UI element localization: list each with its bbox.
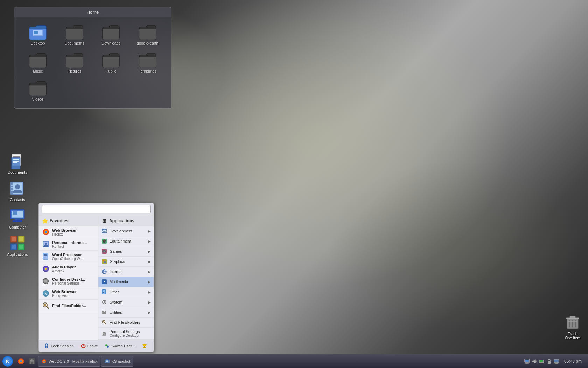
office-label: Office [110, 290, 148, 294]
folder-templates[interactable]: Templates [131, 50, 164, 75]
desktop-icon-contacts[interactable]: Contacts [4, 178, 31, 204]
amarok-title: Audio Player [52, 265, 76, 269]
multimedia-label: Multimedia [110, 280, 148, 284]
svg-point-107 [107, 346, 109, 348]
kmenu-switch-btn[interactable]: Switch User... [102, 342, 138, 350]
kmenu-right-system[interactable]: System ▶ [98, 297, 154, 307]
graphics-label: Graphics [110, 259, 148, 264]
firefox-icon [42, 228, 50, 236]
kontact-icon [42, 240, 50, 248]
development-label: Development [110, 229, 148, 233]
kmenu-right-find[interactable]: Find Files/Folders [98, 318, 154, 328]
kmenu-right-edutainment[interactable]: 🎓 Edutainment ▶ [98, 236, 154, 246]
kmenu-trophy-btn[interactable] [139, 342, 152, 350]
folder-google-earth-label: google-earth [137, 41, 159, 45]
folder-public[interactable]: Public [94, 50, 128, 75]
taskbar-clock: 05:43 pm [561, 359, 584, 364]
kmenu-item-konqueror[interactable]: K Web Browser Konqueror [39, 287, 98, 300]
svg-rect-33 [12, 245, 16, 249]
desktop-icon-documents[interactable]: Documents [4, 151, 31, 176]
kmenu-right-office[interactable]: Office ▶ [98, 287, 154, 297]
apps-grid-icon: ⊞ [101, 218, 107, 224]
kmenu-item-find[interactable]: Find Files/Folder... [39, 300, 98, 312]
kmenu-right-development[interactable]: </> Development ▶ [98, 226, 154, 236]
tray-lock-icon[interactable] [546, 358, 552, 364]
svg-rect-52 [44, 257, 46, 257]
ooo-writer-icon [42, 252, 50, 261]
games-icon: 🎮 [101, 248, 107, 254]
tray-battery-icon[interactable] [539, 358, 545, 364]
kontact-subtitle: Kontact [52, 245, 87, 248]
tray-volume-icon[interactable] [531, 358, 538, 364]
quicklaunch-firefox[interactable] [16, 356, 26, 366]
quicklaunch-home[interactable] [27, 356, 37, 366]
svg-rect-138 [555, 363, 558, 363]
svg-rect-126 [106, 359, 108, 360]
folder-videos[interactable]: Videos [21, 79, 55, 103]
kmenu-item-ooo[interactable]: Word Processor OpenOffice.org W... [39, 251, 98, 263]
taskbar-running-apps: WebQQ 2.0 - Mozilla Firefox KSnapshot [38, 356, 133, 367]
svg-text:🎓: 🎓 [102, 239, 107, 244]
folder-videos-icon [29, 80, 47, 96]
svg-rect-5 [13, 156, 20, 157]
svg-point-125 [106, 361, 107, 362]
svg-rect-50 [44, 254, 47, 255]
kmenu-item-amarok[interactable]: Audio Player Amarok [39, 263, 98, 275]
taskbar-app-firefox[interactable]: WebQQ 2.0 - Mozilla Firefox [38, 356, 100, 367]
kmenu-item-configure[interactable]: Configure Deskt... Personal Settings [39, 275, 98, 287]
folder-documents[interactable]: Documents [58, 22, 91, 47]
svg-point-47 [45, 243, 47, 245]
kmenu-lock-btn[interactable]: Lock Session [41, 342, 76, 350]
folder-google-earth[interactable]: google-earth [131, 22, 164, 47]
desktop-icons-area: Documents Contacts [4, 151, 31, 258]
home-window: Home Desktop [14, 7, 172, 109]
kmenu-search-input[interactable] [42, 205, 151, 213]
taskbar-start-button[interactable]: K [1, 355, 15, 368]
folder-public-icon [102, 52, 120, 68]
svg-rect-129 [526, 362, 528, 363]
svg-text:K: K [6, 359, 9, 364]
folder-documents-label: Documents [65, 41, 84, 45]
svg-text:K: K [45, 292, 47, 295]
office-arrow: ▶ [148, 290, 151, 294]
svg-rect-130 [525, 363, 529, 364]
find-icon [42, 301, 50, 310]
svg-rect-100 [102, 335, 106, 336]
kmenu-leave-btn[interactable]: Leave [78, 342, 101, 350]
kmenu-right-games[interactable]: 🎮 Games ▶ [98, 246, 154, 257]
kde-logo-icon: K [2, 356, 13, 367]
svg-rect-24 [13, 211, 18, 215]
svg-line-66 [47, 306, 49, 308]
folder-downloads-icon [102, 24, 120, 40]
svg-rect-73 [102, 259, 107, 264]
folder-pictures[interactable]: Pictures [58, 50, 91, 75]
kmenu-right-personal-settings[interactable]: Personal Settings Configure Desktop [98, 328, 154, 340]
folder-downloads[interactable]: Downloads [94, 22, 128, 47]
ooo-subtitle: OpenOffice.org W... [52, 257, 83, 261]
folder-desktop[interactable]: Desktop [21, 22, 55, 47]
kmenu-right-utilities[interactable]: Utilities ▶ [98, 307, 154, 318]
tray-network-icon[interactable] [524, 358, 530, 364]
kmenu-right-graphics[interactable]: Graphics ▶ [98, 257, 154, 267]
kmenu-item-firefox[interactable]: Web Browser Firefox [39, 226, 98, 238]
multimedia-icon [101, 279, 107, 285]
kmenu-right-internet[interactable]: Internet ▶ [98, 267, 154, 277]
svg-rect-84 [103, 292, 105, 292]
svg-line-97 [105, 323, 106, 324]
taskbar-app-ksnapshot[interactable]: KSnapshot [101, 356, 134, 367]
desktop-icon-computer[interactable]: Computer [4, 205, 31, 231]
kmenu-popup: ⭐ Favorites Web Browser Firefox [38, 203, 154, 352]
kmenu-right-multimedia[interactable]: Multimedia ▶ [98, 277, 154, 287]
development-arrow: ▶ [148, 229, 151, 233]
folder-music[interactable]: Music [21, 50, 55, 75]
tray-screen-icon[interactable] [553, 358, 560, 364]
firefox-subtitle: Firefox [52, 232, 77, 236]
find-files-label: Find Files/Folders [110, 320, 151, 325]
desktop-icon-applications[interactable]: Applications [4, 233, 31, 258]
svg-rect-26 [13, 220, 22, 222]
home-window-title: Home [14, 7, 171, 17]
svg-rect-83 [103, 291, 105, 291]
trash-icon[interactable]: Trash One item [564, 313, 581, 340]
kmenu-item-kontact[interactable]: Personal Informa... Kontact [39, 238, 98, 251]
firefox-title: Web Browser [52, 228, 77, 232]
